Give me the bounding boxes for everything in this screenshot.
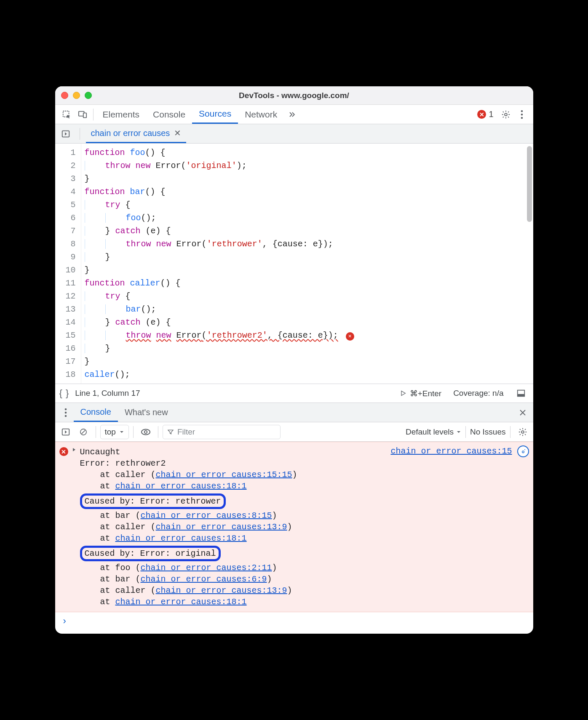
code-line[interactable]: throw new Error('rethrower', {cause: e})… xyxy=(85,237,533,251)
stack-link[interactable]: chain or error causes:15:15 xyxy=(156,470,292,480)
code-area[interactable]: function foo() { throw new Error('origin… xyxy=(81,144,533,384)
chevron-down-icon xyxy=(456,429,461,435)
line-number[interactable]: 12 xyxy=(55,290,76,303)
line-number[interactable]: 18 xyxy=(55,368,76,381)
clear-console-icon[interactable] xyxy=(75,424,91,440)
error-indicator[interactable]: ✕ 1 xyxy=(477,109,493,119)
console-body: chain or error causes:15 ✕ UncaughtError… xyxy=(55,442,533,634)
stack-link[interactable]: chain or error causes:18:1 xyxy=(115,481,247,491)
devtools-window: DevTools - www.google.com/ ElementsConso… xyxy=(55,86,533,634)
error-source-link[interactable]: chain or error causes:15 xyxy=(390,446,512,456)
line-number[interactable]: 11 xyxy=(55,277,76,290)
inspect-icon[interactable] xyxy=(59,107,75,122)
line-number[interactable]: 9 xyxy=(55,251,76,264)
code-line[interactable]: function bar() { xyxy=(85,185,533,198)
inline-error-icon[interactable]: ✕ xyxy=(346,332,354,341)
device-toolbar-icon[interactable] xyxy=(75,107,91,122)
code-line[interactable]: foo(); xyxy=(85,211,533,224)
cursor-position: Line 1, Column 17 xyxy=(75,389,140,398)
stack-link[interactable]: chain or error causes:6:9 xyxy=(141,574,267,584)
code-line[interactable]: try { xyxy=(85,290,533,303)
drawer-tab-console[interactable]: Console xyxy=(74,403,118,422)
error-cause-label: Caused by: Error: rethrower xyxy=(80,493,226,509)
pretty-print-icon[interactable]: { } xyxy=(59,388,69,399)
kebab-menu-icon[interactable] xyxy=(514,107,530,122)
line-number[interactable]: 1 xyxy=(55,146,76,159)
ai-assist-icon[interactable] xyxy=(517,445,529,457)
console-sidebar-icon[interactable] xyxy=(58,424,74,440)
line-number[interactable]: 10 xyxy=(55,264,76,277)
line-number[interactable]: 8 xyxy=(55,237,76,251)
drawer-tab-what-s-new[interactable]: What's new xyxy=(118,403,175,422)
console-error-entry[interactable]: chain or error causes:15 ✕ UncaughtError… xyxy=(55,442,533,612)
code-line[interactable]: } xyxy=(85,172,533,185)
line-number[interactable]: 2 xyxy=(55,159,76,172)
tab-console[interactable]: Console xyxy=(146,105,192,124)
drawer-close-icon[interactable] xyxy=(515,405,531,420)
file-tab[interactable]: chain or error causes ✕ xyxy=(86,124,187,143)
show-navigator-icon[interactable] xyxy=(58,126,74,141)
code-line[interactable]: function caller() { xyxy=(85,277,533,290)
console-settings-icon[interactable] xyxy=(515,424,531,440)
window-title: DevTools - www.google.com/ xyxy=(55,91,533,100)
editor-scrollbar[interactable] xyxy=(527,146,532,222)
code-line[interactable]: function foo() { xyxy=(85,146,533,159)
code-editor[interactable]: 123456789101112131415161718 function foo… xyxy=(55,144,533,384)
run-snippet-button[interactable]: ⌘+Enter xyxy=(400,389,442,398)
svg-point-19 xyxy=(524,449,525,450)
tab-sources[interactable]: Sources xyxy=(192,105,238,124)
svg-point-17 xyxy=(521,431,524,433)
stack-link[interactable]: chain or error causes:13:9 xyxy=(156,586,287,595)
tab-network[interactable]: Network xyxy=(238,105,284,124)
live-expression-icon[interactable] xyxy=(138,424,154,440)
error-count: 1 xyxy=(489,109,493,119)
svg-point-6 xyxy=(521,117,523,119)
drawer-kebab-icon[interactable] xyxy=(58,405,74,420)
code-line[interactable]: } catch (e) { xyxy=(85,224,533,237)
line-number[interactable]: 5 xyxy=(55,198,76,211)
line-number[interactable]: 16 xyxy=(55,342,76,355)
stack-link[interactable]: chain or error causes:18:1 xyxy=(115,533,247,543)
drawer-tab-bar: ConsoleWhat's new xyxy=(55,403,533,422)
issues-label[interactable]: No Issues xyxy=(470,427,505,437)
code-line[interactable]: try { xyxy=(85,198,533,211)
code-line[interactable]: bar(); xyxy=(85,303,533,316)
panel-tab-bar: ElementsConsoleSourcesNetwork ✕ 1 xyxy=(55,105,533,124)
more-tabs-icon[interactable] xyxy=(284,107,300,122)
dock-icon[interactable] xyxy=(513,386,529,401)
tab-elements[interactable]: Elements xyxy=(96,105,147,124)
code-line[interactable]: } xyxy=(85,264,533,277)
code-line[interactable]: } xyxy=(85,251,533,264)
settings-icon[interactable] xyxy=(498,107,514,122)
stack-link[interactable]: chain or error causes:13:9 xyxy=(156,522,287,532)
stack-link[interactable]: chain or error causes:2:11 xyxy=(141,563,272,573)
line-number[interactable]: 3 xyxy=(55,172,76,185)
console-prompt[interactable]: › xyxy=(55,612,533,627)
editor-status-bar: { } Line 1, Column 17 ⌘+Enter Coverage: … xyxy=(55,384,533,403)
code-line[interactable]: throw new Error('original'); xyxy=(85,159,533,172)
code-line[interactable]: throw new Error('rethrower2', {cause: e}… xyxy=(85,329,533,342)
log-levels-selector[interactable]: Default levels xyxy=(406,427,461,437)
code-line[interactable]: } xyxy=(85,342,533,355)
filter-input[interactable]: Filter xyxy=(163,425,281,439)
stack-line: at bar (chain or error causes:8:15) xyxy=(80,510,297,521)
line-number[interactable]: 6 xyxy=(55,211,76,224)
context-selector[interactable]: top xyxy=(100,425,129,439)
code-line[interactable]: } xyxy=(85,355,533,368)
line-number[interactable]: 13 xyxy=(55,303,76,316)
stack-link[interactable]: chain or error causes:18:1 xyxy=(115,597,247,607)
close-tab-icon[interactable]: ✕ xyxy=(174,128,181,138)
line-number[interactable]: 14 xyxy=(55,316,76,329)
svg-rect-2 xyxy=(83,113,86,117)
disclosure-triangle-icon[interactable] xyxy=(72,447,77,452)
line-number[interactable]: 17 xyxy=(55,355,76,368)
line-number[interactable]: 4 xyxy=(55,185,76,198)
line-number[interactable]: 15 xyxy=(55,329,76,342)
line-number[interactable]: 7 xyxy=(55,224,76,237)
stack-link[interactable]: chain or error causes:8:15 xyxy=(141,511,272,520)
svg-point-5 xyxy=(521,113,523,115)
code-line[interactable]: caller(); xyxy=(85,368,533,381)
prompt-chevron-icon: › xyxy=(62,616,67,627)
filter-icon xyxy=(167,429,174,435)
code-line[interactable]: } catch (e) { xyxy=(85,316,533,329)
